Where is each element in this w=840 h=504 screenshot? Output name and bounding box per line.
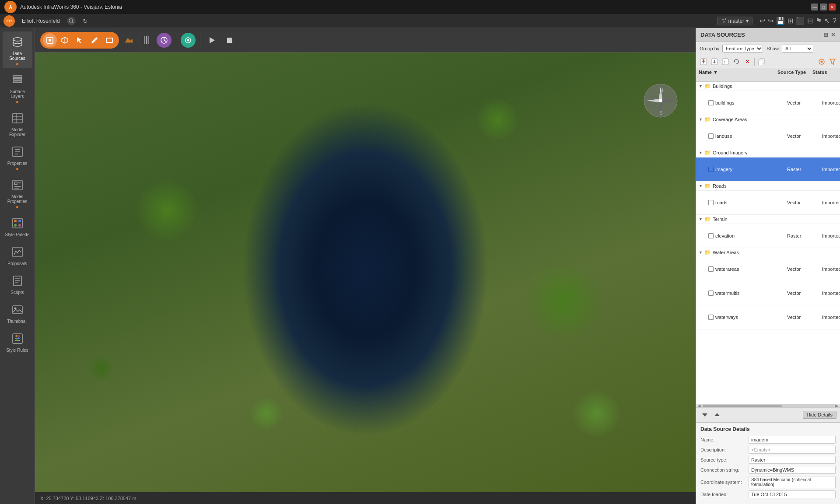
group-header-roads[interactable]: ▼ 📁 Roads <box>696 182 840 191</box>
group-header-coverage-areas[interactable]: ▼ 📁 Coverage Areas <box>696 115 840 124</box>
rectangle-tool-button[interactable] <box>102 33 116 47</box>
svg-rect-4 <box>13 81 22 83</box>
view-button[interactable]: ⊞ <box>788 17 793 25</box>
left-sidebar: Data Sources Surface Layers <box>0 28 35 504</box>
show-select[interactable]: All Imported Pending <box>782 45 813 52</box>
details-value-description[interactable]: <Empty> <box>749 446 836 454</box>
maximize-button[interactable]: □ <box>820 4 827 10</box>
horizontal-scrollbar[interactable]: ◀ ▶ <box>696 404 840 407</box>
details-value-connection-string[interactable]: Dynamic=BingWMS <box>749 466 836 474</box>
window-controls[interactable]: — □ ✕ <box>811 4 836 10</box>
svg-rect-15 <box>14 182 17 185</box>
sidebar-item-surface-layers[interactable]: Surface Layers <box>3 70 32 106</box>
tree-item-waterareas[interactable]: waterareas Vector Imported Tue Oct 13 20… <box>696 257 840 281</box>
tree-item-watermultis[interactable]: watermultis Vector Imported Tue Oct 13 2… <box>696 281 840 305</box>
filter-button[interactable] <box>828 57 837 66</box>
flag-button[interactable]: ⚑ <box>816 17 822 25</box>
hide-details-button[interactable]: Hide Details <box>803 411 836 419</box>
arrow-tool-button[interactable] <box>73 33 87 47</box>
sidebar-item-style-palette[interactable]: Style Palette <box>3 213 32 240</box>
down-arrow-button[interactable] <box>700 410 710 420</box>
close-button[interactable]: ✕ <box>829 4 836 10</box>
sidebar-label-surface-layers: Surface Layers <box>4 89 31 99</box>
tree-item-roads[interactable]: roads Vector Imported Tue Oct 13 2015 <box>696 191 840 215</box>
box-tool-button[interactable] <box>58 33 72 47</box>
details-value-date-loaded[interactable]: Tue Oct 13 2015 <box>749 490 836 498</box>
play-button[interactable] <box>205 33 220 48</box>
details-value-name[interactable]: imagery <box>749 436 836 444</box>
tree-item-waterways[interactable]: waterways Vector Imported Tue Oct 13 201… <box>696 305 840 329</box>
undo-button[interactable]: ↩ <box>760 17 765 25</box>
sidebar-item-properties[interactable]: Properties <box>3 141 32 173</box>
analysis-tool-button[interactable] <box>157 33 172 48</box>
view-tool-button[interactable] <box>181 33 196 48</box>
sidebar-item-style-rules[interactable]: Style Rules <box>3 328 32 355</box>
sidebar-item-thumbnail[interactable]: Thumbnail <box>3 299 32 326</box>
select-tool-button[interactable] <box>43 33 57 47</box>
data-sources-tree[interactable]: ▼ 📁 Buildings buildings Vector Imported <box>696 82 840 404</box>
details-value-source-type[interactable]: Raster <box>749 456 836 464</box>
compass-widget: N S <box>643 83 678 118</box>
map-viewport[interactable]: N S X: 25.734720 Y: 58.110943 Z: 100.378… <box>35 52 696 504</box>
details-label-source-type: Source type: <box>700 457 749 462</box>
dot-surface <box>16 101 18 103</box>
sidebar-item-proposals[interactable]: Proposals <box>3 242 32 269</box>
delete-source-button[interactable]: ✕ <box>742 57 752 66</box>
details-value-coordinate-system[interactable]: S84 based Mercator (spherical formulatio… <box>749 476 836 488</box>
group-header-water-areas[interactable]: ▼ 📁 Water Areas <box>696 248 840 257</box>
item-status-imagery: Imported <box>822 167 840 172</box>
panel-float-button[interactable]: ⊞ <box>823 32 828 38</box>
sidebar-item-model-properties[interactable]: Model Properties <box>3 175 32 211</box>
export-button[interactable]: ↑ <box>721 57 730 66</box>
folder-icon-coverage: 📁 <box>704 116 711 122</box>
search-button[interactable] <box>67 17 76 25</box>
layout-button[interactable]: ⊟ <box>807 17 813 25</box>
import-button[interactable] <box>710 57 719 66</box>
group-header-terrain[interactable]: ▼ 📁 Terrain <box>696 215 840 224</box>
save-button[interactable]: 💾 <box>776 17 785 25</box>
svg-point-22 <box>14 224 17 227</box>
up-arrow-button[interactable] <box>712 410 722 420</box>
group-header-buildings[interactable]: ▼ 📁 Buildings <box>696 82 840 91</box>
group-label-coverage: Coverage Areas <box>713 117 747 122</box>
file-icon-waterways <box>708 315 714 320</box>
file-icon-imagery <box>708 167 714 172</box>
minimize-button[interactable]: — <box>811 4 818 10</box>
refresh-button[interactable]: ↻ <box>83 18 88 24</box>
show-by-control: Show: All Imported Pending <box>766 45 813 52</box>
tree-item-buildings[interactable]: buildings Vector Imported Tue Oct 13 201… <box>696 91 840 115</box>
group-by-select[interactable]: Feature Type Source Type Status <box>722 45 763 52</box>
svg-point-0 <box>69 19 73 22</box>
scroll-thumb[interactable] <box>703 405 782 407</box>
svg-point-2 <box>13 38 22 41</box>
svg-rect-6 <box>13 113 22 123</box>
refresh-sources-button[interactable] <box>732 57 741 66</box>
help-button[interactable]: ? <box>833 17 836 25</box>
add-source-button[interactable] <box>699 57 708 66</box>
details-row-description: Description: <Empty> <box>700 446 836 454</box>
tree-item-imagery[interactable]: imagery Raster Imported Tue Oct 13 2015 <box>696 158 840 182</box>
svg-point-39 <box>49 39 51 42</box>
svg-rect-41 <box>106 38 112 42</box>
panel-close-button[interactable]: ✕ <box>831 32 836 38</box>
terrain-tool-button[interactable] <box>122 33 136 48</box>
tree-item-landuse[interactable]: landuse Vector Imported Tue Oct 13 2015 <box>696 124 840 148</box>
road-tool-button[interactable] <box>139 33 154 48</box>
settings-button[interactable] <box>817 57 826 66</box>
sidebar-item-data-sources[interactable]: Data Sources <box>3 32 32 68</box>
item-label-roads: roads <box>715 200 728 205</box>
copy-button[interactable] <box>757 57 766 66</box>
redo-button[interactable]: ↪ <box>768 17 774 25</box>
branch-selector[interactable]: master ▾ <box>717 17 752 25</box>
tree-item-elevation[interactable]: elevation Raster Imported Tue Oct 13 201… <box>696 224 840 248</box>
sidebar-label-proposals: Proposals <box>7 261 27 266</box>
sidebar-item-scripts[interactable]: Scripts <box>3 270 32 298</box>
pencil-tool-button[interactable] <box>88 33 102 47</box>
cursor-button[interactable]: ↖ <box>824 17 830 25</box>
svg-line-1 <box>72 22 74 23</box>
group-header-ground-imagery[interactable]: ▼ 📁 Ground Imagery <box>696 148 840 158</box>
item-status-roads: Imported <box>822 200 840 205</box>
split-button[interactable]: ⬛ <box>796 17 805 25</box>
stop-button[interactable] <box>222 33 237 48</box>
sidebar-item-model-explorer[interactable]: Model Explorer <box>3 108 32 140</box>
